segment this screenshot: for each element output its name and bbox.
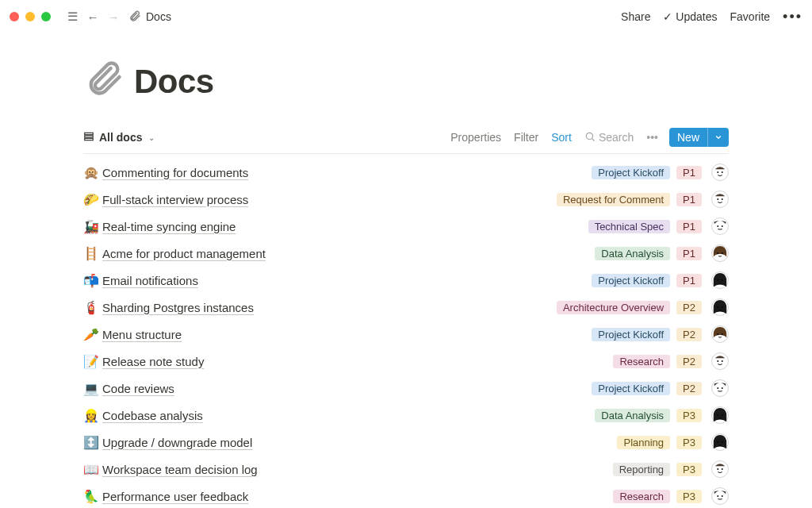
doc-row[interactable]: 📝Release note studyResearchP2	[83, 348, 729, 375]
nav-back-icon[interactable]: ←	[82, 6, 103, 27]
doc-title[interactable]: Sharding Postgres instances	[102, 301, 254, 314]
doc-owner-avatar[interactable]	[711, 164, 729, 181]
share-button[interactable]: Share	[621, 10, 650, 23]
doc-title[interactable]: Release note study	[102, 355, 204, 368]
doc-owner-avatar[interactable]	[711, 244, 729, 262]
doc-priority-tag: P2	[676, 355, 702, 368]
search-button[interactable]: Search	[584, 131, 634, 144]
doc-owner-avatar[interactable]	[711, 487, 729, 505]
doc-priority-tag: P3	[676, 490, 702, 503]
properties-button[interactable]: Properties	[450, 131, 501, 144]
doc-owner-avatar[interactable]	[711, 217, 729, 235]
check-icon: ✓	[663, 10, 672, 23]
close-window-button[interactable]	[10, 12, 19, 21]
more-menu-icon[interactable]: •••	[783, 9, 802, 25]
maximize-window-button[interactable]	[41, 12, 51, 21]
doc-title[interactable]: Code reviews	[102, 382, 174, 395]
doc-title[interactable]: Real-time syncing engine	[102, 220, 236, 233]
doc-title[interactable]: Workspace team decision log	[102, 463, 258, 476]
doc-row[interactable]: 🥕Menu structureProject KickoffP2	[83, 321, 729, 348]
doc-owner-avatar[interactable]	[711, 190, 729, 208]
doc-list: 🙊Commenting for documentsProject Kickoff…	[83, 159, 729, 508]
doc-emoji: 📝	[83, 354, 102, 369]
doc-row[interactable]: 🙊Commenting for documentsProject Kickoff…	[83, 159, 729, 186]
doc-emoji: 💻	[83, 381, 102, 396]
doc-row[interactable]: 🦜Performance user feedbackResearchP3	[83, 483, 729, 508]
updates-button[interactable]: ✓ Updates	[663, 10, 717, 23]
doc-owner-avatar[interactable]	[711, 379, 729, 397]
doc-owner-avatar[interactable]	[711, 325, 729, 343]
doc-category-tag: Project Kickoff	[592, 274, 670, 287]
breadcrumb[interactable]: Docs	[128, 10, 171, 25]
doc-emoji: 🪜	[83, 246, 102, 261]
page-content: Docs All docs ⌄ Properties Filter Sort S…	[0, 33, 812, 508]
doc-row[interactable]: 🚂Real-time syncing engineTechnical SpecP…	[83, 213, 729, 240]
doc-title[interactable]: Codebase analysis	[102, 409, 203, 422]
doc-owner-avatar[interactable]	[711, 433, 729, 451]
doc-priority-tag: P2	[676, 382, 702, 395]
doc-title[interactable]: Acme for product management	[102, 247, 266, 260]
doc-row[interactable]: 📬Email notificationsProject KickoffP1	[83, 267, 729, 294]
doc-priority-tag: P3	[676, 463, 702, 476]
chevron-down-icon: ⌄	[148, 133, 155, 142]
sort-button[interactable]: Sort	[551, 131, 572, 144]
doc-title[interactable]: Performance user feedback	[102, 490, 248, 503]
doc-row[interactable]: 💻Code reviewsProject KickoffP2	[83, 375, 729, 402]
doc-category-tag: Architecture Overview	[557, 301, 670, 314]
doc-category-tag: Planning	[617, 436, 670, 449]
doc-emoji: 🚂	[83, 219, 102, 234]
doc-category-tag: Data Analysis	[595, 247, 670, 260]
page-title: Docs	[134, 63, 214, 101]
database-toolbar: All docs ⌄ Properties Filter Sort Search…	[83, 128, 729, 153]
traffic-lights	[10, 12, 51, 21]
doc-emoji: ↕️	[83, 435, 102, 450]
new-button[interactable]: New	[669, 128, 729, 147]
doc-row[interactable]: ↕️Upgrade / downgrade modelPlanningP3	[83, 429, 729, 456]
doc-row[interactable]: 👷‍♀️Codebase analysisData AnalysisP3	[83, 402, 729, 429]
doc-emoji: 📬	[83, 273, 102, 288]
new-button-caret[interactable]	[707, 128, 729, 147]
favorite-button[interactable]: Favorite	[730, 10, 771, 23]
doc-row[interactable]: 🧯Sharding Postgres instancesArchitecture…	[83, 294, 729, 321]
doc-owner-avatar[interactable]	[711, 406, 729, 424]
doc-row[interactable]: 🪜Acme for product managementData Analysi…	[83, 240, 729, 267]
doc-owner-avatar[interactable]	[711, 460, 729, 478]
doc-category-tag: Project Kickoff	[592, 382, 670, 395]
minimize-window-button[interactable]	[25, 12, 35, 21]
doc-row[interactable]: 📖Workspace team decision logReportingP3	[83, 456, 729, 483]
doc-emoji: 🌮	[83, 192, 102, 207]
svg-line-4	[592, 138, 595, 140]
sidebar-toggle-icon[interactable]: ☰	[62, 6, 82, 27]
doc-owner-avatar[interactable]	[711, 271, 729, 289]
filter-button[interactable]: Filter	[514, 131, 538, 144]
view-selector[interactable]: All docs ⌄	[83, 131, 155, 144]
doc-category-tag: Data Analysis	[595, 409, 670, 422]
toolbar-more-icon[interactable]: •••	[646, 131, 658, 144]
doc-priority-tag: P1	[676, 247, 702, 260]
search-icon	[584, 131, 596, 144]
doc-owner-avatar[interactable]	[711, 352, 729, 370]
doc-priority-tag: P1	[676, 220, 702, 233]
doc-title[interactable]: Email notifications	[102, 274, 198, 287]
doc-priority-tag: P1	[676, 166, 702, 179]
doc-emoji: 🧯	[83, 300, 102, 315]
doc-row[interactable]: 🌮Full-stack interview processRequest for…	[83, 186, 729, 213]
svg-rect-1	[85, 135, 94, 137]
svg-rect-2	[85, 138, 94, 140]
doc-emoji: 🥕	[83, 327, 102, 342]
doc-emoji: 🙊	[83, 165, 102, 180]
doc-emoji: 📖	[83, 462, 102, 477]
top-actions: Share ✓ Updates Favorite •••	[621, 9, 802, 25]
svg-rect-0	[85, 133, 94, 134]
doc-priority-tag: P1	[676, 274, 702, 287]
doc-category-tag: Technical Spec	[588, 220, 670, 233]
doc-owner-avatar[interactable]	[711, 298, 729, 316]
doc-title[interactable]: Commenting for documents	[102, 166, 248, 179]
doc-title[interactable]: Menu structure	[102, 328, 182, 341]
doc-title[interactable]: Full-stack interview process	[102, 193, 248, 206]
doc-title[interactable]: Upgrade / downgrade model	[102, 436, 252, 449]
page-icon[interactable]	[83, 57, 124, 106]
nav-forward-icon[interactable]: →	[103, 6, 124, 27]
paperclip-icon	[128, 10, 141, 25]
page-title-row: Docs	[83, 57, 729, 106]
